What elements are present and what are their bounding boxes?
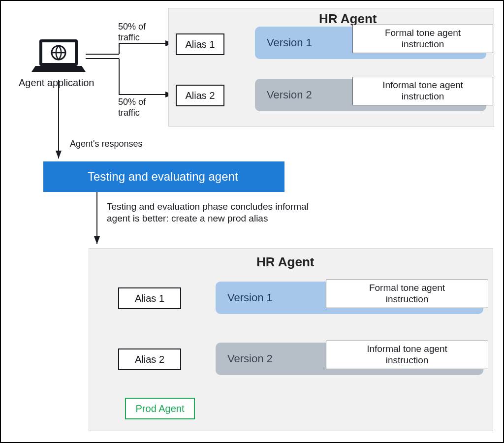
- conclusion-note: Testing and evaluation phase concludes i…: [107, 201, 343, 224]
- agent-application-label: Agent application: [19, 77, 94, 89]
- svg-point-2: [52, 46, 65, 60]
- traffic-bottom-label: 50% of traffic: [118, 97, 146, 118]
- traffic-top-label: 50% of traffic: [118, 22, 146, 43]
- instruction-2-box-top: Informal tone agent instruction: [352, 77, 493, 105]
- alias-1-label-bottom: Alias 1: [135, 293, 164, 304]
- version-2-label-bottom: Version 2: [227, 352, 273, 365]
- svg-rect-0: [39, 39, 78, 66]
- alias-2-box-bottom: Alias 2: [118, 348, 181, 370]
- instruction-1-box-top: Formal tone agent instruction: [352, 25, 493, 53]
- instruction-2-box-bottom: Informal tone agent instruction: [326, 341, 488, 369]
- prod-agent-label: Prod Agent: [136, 403, 185, 414]
- svg-rect-1: [42, 42, 75, 63]
- hr-agent-title-bottom: HR Agent: [256, 254, 314, 270]
- alias-2-label-bottom: Alias 2: [135, 354, 164, 365]
- alias-1-label-top: Alias 1: [185, 39, 215, 50]
- version-2-label-top: Version 2: [267, 89, 312, 101]
- testing-evaluating-bar: Testing and evaluating agent: [43, 161, 284, 192]
- version-1-label-top: Version 1: [267, 36, 312, 49]
- diagram-canvas: Agent application 50% of traffic 50% of …: [0, 0, 504, 443]
- version-1-label-bottom: Version 1: [227, 291, 273, 304]
- alias-2-label-top: Alias 2: [185, 90, 215, 101]
- testing-evaluating-label: Testing and evaluating agent: [88, 170, 238, 184]
- prod-agent-box: Prod Agent: [125, 398, 195, 419]
- alias-1-box-top: Alias 1: [176, 33, 224, 55]
- instruction-1-box-bottom: Formal tone agent instruction: [326, 280, 488, 308]
- alias-2-box-top: Alias 2: [176, 85, 224, 106]
- alias-1-box-bottom: Alias 1: [118, 287, 181, 309]
- responses-label: Agent's responses: [70, 139, 143, 150]
